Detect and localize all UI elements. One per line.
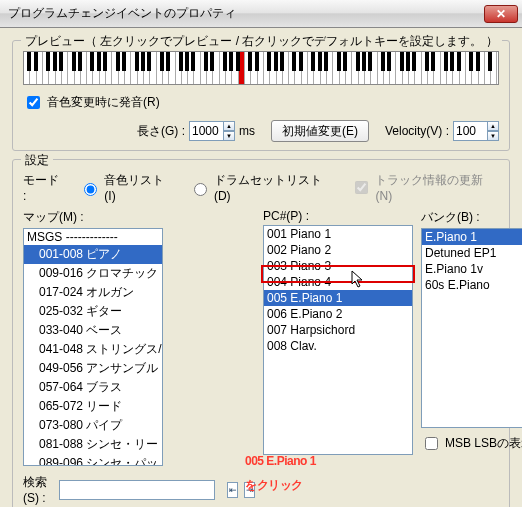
piano-black-key[interactable]	[337, 52, 341, 71]
list-item[interactable]: MSGS -------------	[24, 229, 162, 245]
piano-black-key[interactable]	[400, 52, 404, 71]
list-item[interactable]: 002 Piano 2	[264, 242, 412, 258]
piano-black-key[interactable]	[425, 52, 429, 71]
piano-black-key[interactable]	[204, 52, 208, 71]
list-item[interactable]: 007 Harpsichord	[264, 322, 412, 338]
pc-list[interactable]: 001 Piano 1002 Piano 2003 Piano 3004 Pia…	[263, 225, 413, 455]
piano-black-key[interactable]	[166, 52, 170, 71]
piano-black-key[interactable]	[34, 52, 38, 71]
piano-black-key[interactable]	[292, 52, 296, 71]
list-item[interactable]: Detuned EP1	[422, 245, 522, 261]
piano-black-key[interactable]	[141, 52, 145, 71]
list-item[interactable]: 008 Clav.	[264, 338, 412, 354]
list-item[interactable]: 025-032 ギター	[24, 302, 162, 321]
bank-list[interactable]: E.Piano 1Detuned EP1E.Piano 1v60s E.Pian…	[421, 228, 522, 428]
list-item[interactable]: E.Piano 1v	[422, 261, 522, 277]
piano-black-key[interactable]	[59, 52, 63, 71]
list-item[interactable]: 004 Piano 4	[264, 274, 412, 290]
piano-black-key[interactable]	[324, 52, 328, 71]
list-item[interactable]: 065-072 リード	[24, 397, 162, 416]
piano-black-key[interactable]	[27, 52, 31, 71]
piano-black-key[interactable]	[356, 52, 360, 71]
velocity-down[interactable]: ▼	[487, 131, 499, 141]
piano-black-key[interactable]	[46, 52, 50, 71]
piano-black-key[interactable]	[274, 52, 278, 71]
piano-black-key[interactable]	[362, 52, 366, 71]
list-item[interactable]: 049-056 アンサンブル	[24, 359, 162, 378]
piano-black-key[interactable]	[135, 52, 139, 71]
list-item[interactable]: 005 E.Piano 1	[264, 290, 412, 306]
piano-black-key[interactable]	[488, 52, 492, 71]
length-up[interactable]: ▲	[223, 121, 235, 131]
piano-black-key[interactable]	[267, 52, 271, 71]
velocity-up[interactable]: ▲	[487, 121, 499, 131]
list-item[interactable]: 009-016 クロマチック・パーカ	[24, 264, 162, 283]
mode-drum-radio[interactable]: ドラムセットリスト(D)	[189, 172, 338, 203]
piano-black-key[interactable]	[191, 52, 195, 71]
list-item[interactable]: 003 Piano 3	[264, 258, 412, 274]
msb-lsb-input[interactable]	[425, 437, 438, 450]
list-item[interactable]: 017-024 オルガン	[24, 283, 162, 302]
length-down[interactable]: ▼	[223, 131, 235, 141]
mode-sound-input[interactable]	[84, 183, 97, 196]
piano-black-key[interactable]	[179, 52, 183, 71]
piano-black-key[interactable]	[160, 52, 164, 71]
list-item[interactable]: 057-064 ブラス	[24, 378, 162, 397]
piano-black-key[interactable]	[210, 52, 214, 71]
piano-black-key[interactable]	[185, 52, 189, 71]
list-item[interactable]: 081-088 シンセ・リード	[24, 435, 162, 454]
search-next-button[interactable]: ⇥	[244, 482, 255, 498]
piano-black-key[interactable]	[406, 52, 410, 71]
piano-black-key[interactable]	[444, 52, 448, 71]
msb-lsb-checkbox[interactable]: MSB LSBの表示(L)	[421, 434, 522, 453]
piano-black-key[interactable]	[412, 52, 416, 71]
sound-on-change-input[interactable]	[27, 96, 40, 109]
list-item[interactable]: 089-096 シンセ・パッドなど	[24, 454, 162, 466]
list-item[interactable]: 033-040 ベース	[24, 321, 162, 340]
piano-black-key[interactable]	[476, 52, 480, 71]
piano-black-key[interactable]	[318, 52, 322, 71]
piano-black-key[interactable]	[122, 52, 126, 71]
list-item[interactable]: 073-080 パイプ	[24, 416, 162, 435]
piano-black-key[interactable]	[147, 52, 151, 71]
piano-black-key[interactable]	[53, 52, 57, 71]
piano-black-key[interactable]	[280, 52, 284, 71]
piano-black-key[interactable]	[387, 52, 391, 71]
piano-black-key[interactable]	[90, 52, 94, 71]
list-item[interactable]: 001 Piano 1	[264, 226, 412, 242]
piano-black-key[interactable]	[457, 52, 461, 71]
list-item[interactable]: 006 E.Piano 2	[264, 306, 412, 322]
piano-black-key[interactable]	[311, 52, 315, 71]
piano-black-key[interactable]	[236, 52, 240, 71]
length-stepper[interactable]: ▲▼	[189, 121, 235, 141]
piano-black-key[interactable]	[381, 52, 385, 71]
piano-keyboard[interactable]	[23, 51, 499, 85]
mode-drum-input[interactable]	[194, 183, 207, 196]
piano-black-key[interactable]	[72, 52, 76, 71]
piano-black-key[interactable]	[97, 52, 101, 71]
sound-on-change-checkbox[interactable]: 音色変更時に発音(R)	[23, 93, 160, 112]
map-list[interactable]: MSGS ------------- 001-008 ピアノ 009-016 ク…	[23, 228, 163, 466]
list-item[interactable]: 041-048 ストリングス/オーケ	[24, 340, 162, 359]
piano-black-key[interactable]	[450, 52, 454, 71]
init-change-button[interactable]: 初期値変更(E)	[271, 120, 369, 142]
piano-black-key[interactable]	[248, 52, 252, 71]
piano-black-key[interactable]	[103, 52, 107, 71]
piano-black-key[interactable]	[78, 52, 82, 71]
velocity-input[interactable]	[453, 121, 487, 141]
piano-black-key[interactable]	[431, 52, 435, 71]
search-input[interactable]	[59, 480, 215, 500]
list-item[interactable]: E.Piano 1	[422, 229, 522, 245]
velocity-stepper[interactable]: ▲▼	[453, 121, 499, 141]
search-prev-button[interactable]: ⇤	[227, 482, 238, 498]
piano-black-key[interactable]	[255, 52, 259, 71]
list-item[interactable]: 60s E.Piano	[422, 277, 522, 293]
piano-black-key[interactable]	[229, 52, 233, 71]
mode-sound-radio[interactable]: 音色リスト(I)	[79, 172, 175, 203]
piano-black-key[interactable]	[223, 52, 227, 71]
close-button[interactable]: ✕	[484, 5, 518, 23]
piano-black-key[interactable]	[469, 52, 473, 71]
piano-black-key[interactable]	[343, 52, 347, 71]
piano-black-key[interactable]	[368, 52, 372, 71]
piano-black-key[interactable]	[299, 52, 303, 71]
